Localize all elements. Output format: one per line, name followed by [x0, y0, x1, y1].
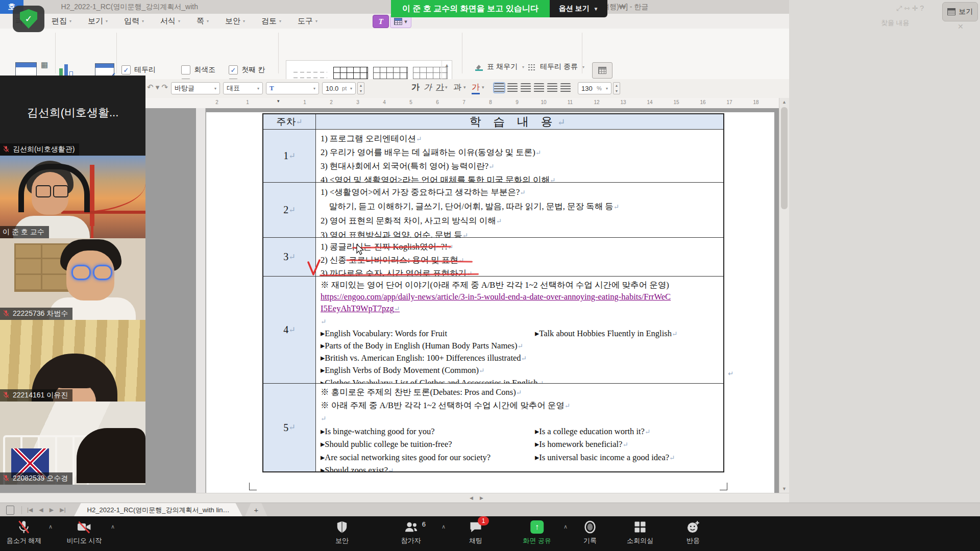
zoom-reactions-button[interactable]: 반응 [686, 519, 700, 545]
strike-button[interactable]: 과 [453, 82, 461, 93]
participant-tile-1[interactable]: 김선희(비호생활...김선희(비호생활관) [0, 76, 145, 156]
menu-보안[interactable]: 보안▾ [217, 14, 253, 29]
ruler-number: 18 [753, 99, 758, 105]
preset-combo[interactable]: 대표▾ [223, 82, 263, 94]
participant-tile-3[interactable]: 22225736 차범수 [0, 238, 145, 320]
document-tab[interactable]: H2_2022-1_RC(영미문행_강의계획서_with lin… [74, 503, 243, 517]
scroll-down-icon[interactable]: ▼ [782, 486, 787, 491]
ghost-icons: ⤢ ⇿ ✛ ? [896, 4, 924, 13]
tool-표 채우기[interactable]: 표 채우기▾ [475, 62, 524, 71]
view-options-button[interactable]: 옵션 보기▼ [550, 0, 608, 17]
menu-편집[interactable]: 편집▾ [43, 14, 80, 29]
participant-tile-4[interactable]: 22214161 이유진 [0, 320, 145, 402]
view-button[interactable]: 보기 [942, 2, 978, 21]
zoom-start-video-button[interactable]: 비디오 시작 [67, 519, 102, 545]
zoom-chat-button[interactable]: 1채팅 [469, 519, 483, 545]
font-size-stepper[interactable]: ▲▼ [357, 82, 364, 94]
chevron-up-icon[interactable]: ∧ [442, 523, 446, 530]
table-madang-icon[interactable] [592, 62, 612, 79]
participant-tile-2[interactable]: 이 준 호 교수 [0, 156, 145, 238]
zoom-button-label: 보안 [335, 536, 349, 545]
zoom-stepper[interactable]: ▲▼ [613, 82, 620, 94]
align-center-button[interactable] [521, 83, 531, 92]
scroll-left-icon[interactable]: ◀ [470, 495, 473, 500]
zoom-button-label: 기록 [583, 536, 597, 545]
underline-button[interactable]: 가 [436, 82, 444, 93]
style-combo[interactable]: 바탕글▾ [171, 82, 220, 94]
font-color-dropdown-icon[interactable]: ▾ [482, 85, 484, 90]
tool-테두리 종류[interactable]: 테두리 종류▾ [528, 62, 584, 71]
paragraph-mark: ↵ [672, 330, 677, 338]
hyperlink[interactable]: I5EeyAhT9WpT7pzg↵ [321, 304, 400, 313]
font-color-button[interactable]: 가 [472, 82, 480, 94]
italic-button[interactable]: 가 [424, 82, 432, 93]
zoom-level-input[interactable]: 130%▾ [578, 82, 611, 94]
table-edit-icon[interactable]: ▦ [41, 60, 48, 69]
prev-tab-button[interactable]: ◀ [36, 507, 46, 513]
scroll-right-icon[interactable]: ▶ [480, 495, 483, 500]
align-right-button[interactable] [534, 83, 544, 92]
shield-check-icon: ✓ [20, 9, 37, 29]
first-tab-button[interactable]: |◀ [24, 507, 36, 513]
zoom-unmute-button[interactable]: 음소거 해제 [7, 519, 42, 545]
zoom-breakout-button[interactable]: 소회의실 [627, 519, 653, 545]
zoom-button-label: 비디오 시작 [67, 536, 102, 545]
menu-도구[interactable]: 도구▾ [289, 14, 326, 29]
screen-share-banner: 이 준 호 교수의 화면을 보고 있습니다 옵션 보기▼ [391, 0, 607, 17]
content-line: ▸English Verbs of Body Movement (Common)… [321, 364, 721, 377]
participants-sidebar: 김선희(비호생활...김선희(비호생활관)이 준 호 교수22225736 차범… [0, 76, 145, 485]
align-divide-button[interactable] [560, 83, 571, 92]
zoom-participants-button[interactable]: 6참가자 [401, 519, 421, 545]
vertical-scrollbar[interactable]: ▲▼ [779, 98, 789, 493]
zoom-record-button[interactable]: 기록 [583, 519, 597, 545]
close-icon-ghost: ✕ [958, 22, 964, 31]
content-line: 4) <영어 및 생활영어>라는 언어 매체를 통한 미국 문화의 이해↵ [321, 173, 721, 182]
window-title-left: H2_2022-1_RC(영미문행_강의계획서_with [61, 3, 198, 12]
content-cell: 1) <생활영어>에서 가장 중요하다고 생각하는 부분은?↵ 말하기, 듣고 … [316, 183, 723, 237]
zoom-security-button[interactable]: 보안 [335, 519, 349, 545]
chevron-up-icon[interactable]: ∧ [48, 523, 53, 530]
bold-button[interactable]: 가 [411, 82, 420, 93]
share-screen-icon: ↑ [530, 519, 544, 535]
paragraph-mark: ↵ [288, 422, 296, 433]
font-combo[interactable]: T▾ [266, 82, 319, 94]
scroll-up-icon[interactable]: ▲ [445, 63, 449, 68]
content-line: ▸Parts of the Body in English (Human Bod… [321, 340, 721, 352]
menu-검토[interactable]: 검토▾ [253, 14, 289, 29]
align-distribute-button[interactable] [547, 83, 557, 92]
menu-서식[interactable]: 서식▾ [152, 14, 188, 29]
content-line: 말하기, 듣고 이해하기, 글쓰기, 단어/어휘, 발음, 따라 읽기, 문법,… [321, 199, 721, 214]
ruler-number: 13 [620, 99, 626, 105]
align-left-button[interactable] [507, 83, 518, 92]
last-tab-button[interactable]: ▶| [57, 507, 68, 513]
mouse-cursor [356, 244, 364, 255]
font-size-input[interactable]: 10.0pt▾ [322, 82, 356, 94]
strike-dropdown-icon[interactable]: ▾ [463, 85, 466, 90]
align-justify-button[interactable] [494, 83, 504, 92]
horizontal-scrollbar[interactable]: ◀▶ [0, 493, 789, 503]
content-cell: 1) 콩글리시는 진짜 Koglish였어~?!↵2) 신종 코로나바이러스: … [316, 238, 723, 276]
scroll-up-icon[interactable]: ▲ [782, 99, 787, 105]
checkbox-첫째 칸[interactable]: ✓첫째 칸 [229, 65, 265, 74]
scroll-thumb[interactable] [781, 107, 788, 209]
margin-corner-right [720, 483, 727, 490]
menu-쪽[interactable]: 쪽▾ [188, 14, 217, 29]
underline-dropdown-icon[interactable]: ▾ [445, 85, 448, 90]
menu-입력[interactable]: 입력▾ [116, 14, 152, 29]
chevron-up-icon[interactable]: ∧ [564, 523, 568, 530]
menu-보기[interactable]: 보기▾ [80, 14, 116, 29]
checkbox-테두리[interactable]: ✓테두리 [121, 65, 156, 74]
chevron-up-icon[interactable]: ∧ [111, 523, 115, 530]
next-tab-button[interactable]: ▶ [46, 507, 57, 513]
document-page[interactable]: 주차↵학 습 내 용↵1↵1) 프로그램 오리엔테이션↵2) 우리가 영어를 배… [206, 112, 774, 493]
participant-tile-5[interactable]: 22082539 오수경 [0, 402, 145, 485]
hyperlink[interactable]: https://engoo.com/app/daily-news/article… [321, 292, 671, 302]
new-tab-button[interactable]: + [244, 503, 267, 517]
edit-tool-button[interactable]: T [373, 15, 389, 28]
checkbox-회색조[interactable]: 회색조 [181, 65, 215, 74]
paragraph-mark: ↵ [296, 117, 302, 127]
zoom-share-button[interactable]: ↑화면 공유 [523, 519, 551, 545]
participant-name: 22082539 오수경 [13, 474, 68, 483]
undo-redo-icons[interactable]: ↶ ▾ ↷ [147, 83, 168, 92]
margin-marker[interactable]: ▾ [277, 98, 280, 104]
